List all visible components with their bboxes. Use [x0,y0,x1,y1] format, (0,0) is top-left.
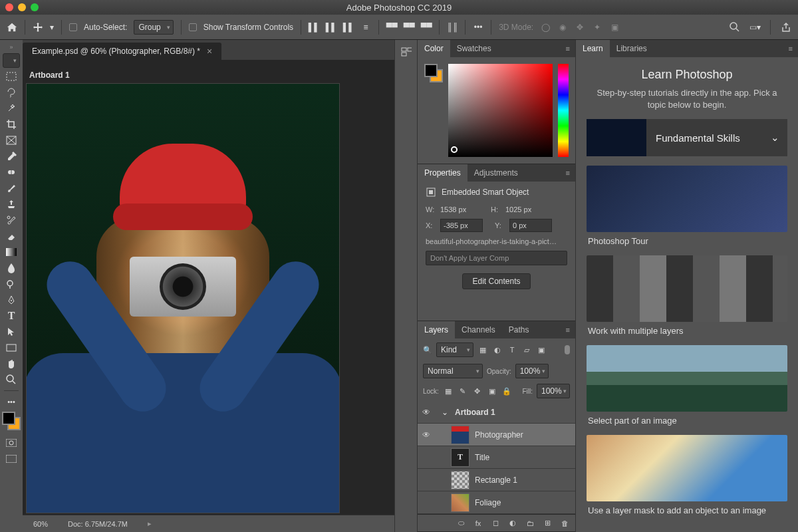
healing-brush-tool[interactable] [3,165,20,180]
visibility-toggle[interactable]: 👁 [422,408,431,417]
magic-wand-tool[interactable] [3,101,20,116]
layer-row[interactable]: 👁⌄Artboard 1 [418,401,575,424]
link-layers-icon[interactable]: ⬭ [456,518,466,529]
new-group-icon[interactable]: 🗀 [525,518,535,529]
opacity-input[interactable]: 100% [515,364,549,378]
adjustment-layer-icon[interactable]: ◐ [507,518,518,529]
more-options-icon[interactable]: ••• [473,22,483,33]
lock-artboard-icon[interactable]: ▣ [487,386,497,396]
showtransform-checkbox[interactable] [189,23,197,31]
clone-stamp-tool[interactable] [3,197,20,211]
layers-tab[interactable]: Layers [418,321,455,338]
color-field[interactable] [448,64,553,157]
blur-tool[interactable] [3,261,20,275]
layer-row[interactable]: Rectangle 1 [418,469,575,491]
layer-row[interactable]: Foliage [418,491,575,514]
fill-input[interactable]: 100% [537,384,570,398]
align-left-icon[interactable]: ▌▌ [309,22,319,33]
visibility-toggle[interactable]: 👁 [422,430,431,440]
layer-filter-kind[interactable]: Kind [436,342,473,357]
channels-tab[interactable]: Channels [455,321,502,338]
brush-tool[interactable] [3,181,20,196]
toolbar-grip-icon[interactable]: » [9,44,13,51]
swatches-tab[interactable]: Swatches [450,40,498,57]
pen-tool[interactable] [3,293,20,307]
filter-shape-icon[interactable]: ▱ [521,344,532,355]
hue-slider[interactable] [558,64,569,157]
paths-tab[interactable]: Paths [502,321,536,338]
layer-mask-icon[interactable]: ◻ [490,518,501,529]
path-selection-tool[interactable] [3,325,20,339]
shape-tool[interactable] [3,340,20,355]
libraries-tab[interactable]: Libraries [610,40,654,57]
filter-toggle[interactable] [565,345,570,354]
lock-transparency-icon[interactable]: ▦ [443,386,454,396]
y-input[interactable] [509,219,552,232]
home-icon[interactable] [7,22,17,33]
autoselect-checkbox[interactable] [69,23,77,31]
type-tool[interactable]: T [3,309,20,323]
eyedropper-tool[interactable] [3,149,20,164]
zoom-value[interactable]: 60% [33,520,48,528]
distribute-h-icon[interactable]: ║║ [447,22,458,33]
move-tool[interactable] [3,53,20,68]
tutorial-card[interactable]: Use a layer mask to add an object to an … [587,435,787,515]
learn-section-toggle[interactable]: Fundamental Skills ⌄ [587,119,787,156]
dodge-tool[interactable] [3,277,20,291]
layer-row[interactable]: TTitle [418,446,575,469]
collapsed-panel-icon[interactable] [401,47,412,57]
tutorial-card[interactable]: Select part of an image [587,345,787,426]
edit-contents-button[interactable]: Edit Contents [462,273,530,289]
filter-type-icon[interactable]: T [507,344,517,355]
hand-tool[interactable] [3,356,20,371]
filter-adjust-icon[interactable]: ◐ [492,344,503,355]
color-swatch-control[interactable] [2,412,21,430]
lock-all-icon[interactable]: 🔒 [501,386,512,396]
maximize-window-icon[interactable] [31,3,39,11]
panel-menu-icon[interactable]: ≡ [561,169,575,177]
learn-tab[interactable]: Learn [576,40,610,57]
close-window-icon[interactable] [5,3,13,11]
foreground-background-swatch[interactable] [424,64,443,82]
filter-pixel-icon[interactable]: ▦ [477,344,488,355]
tutorial-card[interactable]: Work with multiple layers [587,255,787,336]
view-mode-icon[interactable]: ▭▾ [749,22,760,33]
tutorial-card[interactable]: Photoshop Tour [587,166,787,246]
eraser-tool[interactable] [3,229,20,243]
doc-info[interactable]: Doc: 6.75M/24.7M [68,520,128,528]
panel-menu-icon[interactable]: ≡ [561,326,575,334]
minimize-window-icon[interactable] [18,3,26,11]
close-tab-icon[interactable]: × [207,46,212,57]
layer-row[interactable]: 👁Photographer [418,424,575,446]
delete-layer-icon[interactable]: 🗑 [559,518,570,529]
panel-menu-icon[interactable]: ≡ [783,45,798,53]
layercomp-select[interactable]: Don't Apply Layer Comp [426,251,567,265]
distribute-top-icon[interactable]: ▀▀ [386,22,397,33]
lock-position-icon[interactable]: ✥ [472,386,483,396]
crop-tool[interactable] [3,117,20,132]
panel-menu-icon[interactable]: ≡ [561,45,575,53]
blend-mode-select[interactable]: Normal [423,364,483,378]
align-right-icon[interactable]: ▌▌ [343,22,354,33]
chevron-down-icon[interactable]: ⌄ [442,408,450,417]
zoom-tool[interactable] [3,372,20,387]
canvas[interactable]: Artboard 1 [23,60,394,515]
adjustments-tab[interactable]: Adjustments [467,164,525,182]
screenmode-icon[interactable] [3,452,20,466]
document-tab[interactable]: Example.psd @ 60% (Photographer, RGB/8#)… [23,43,221,60]
quickmask-icon[interactable] [3,436,20,450]
align-menu-icon[interactable]: ≡ [360,22,371,33]
layer-style-icon[interactable]: fx [473,518,483,529]
new-layer-icon[interactable]: ⊞ [542,518,553,529]
artboard[interactable] [27,84,339,513]
x-input[interactable] [440,219,483,232]
frame-tool[interactable] [3,133,20,148]
lasso-tool[interactable] [3,85,20,100]
distribute-vcenter-icon[interactable]: ▀▀ [404,22,414,33]
search-icon[interactable] [730,22,740,33]
edit-toolbar-icon[interactable]: ••• [3,394,20,409]
color-tab[interactable]: Color [418,40,450,57]
share-icon[interactable] [781,22,791,33]
properties-tab[interactable]: Properties [418,164,467,182]
distribute-bottom-icon[interactable]: ▀▀ [421,22,432,33]
